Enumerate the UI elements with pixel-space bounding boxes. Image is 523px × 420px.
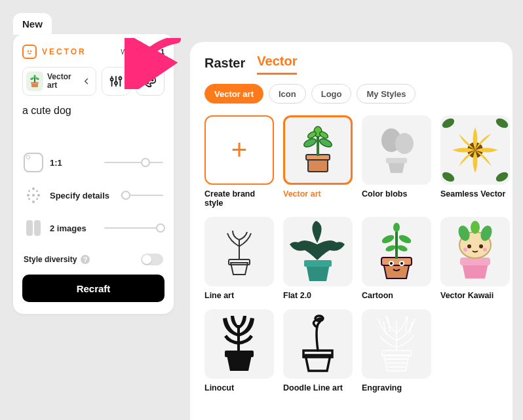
width-dim[interactable]: W: 1024 <box>121 48 147 56</box>
card-cartoon[interactable]: Cartoon <box>362 217 431 300</box>
slider-thumb[interactable] <box>121 191 130 200</box>
two-images-icon <box>24 218 43 238</box>
vector-bot-icon <box>22 45 37 59</box>
color-blobs-thumb <box>362 115 431 185</box>
card-label: Line art <box>204 291 274 300</box>
style-grid: + Create brand style Vector art <box>204 115 498 392</box>
picker-pills: Vector art Icon Logo My Styles <box>204 84 498 104</box>
card-create-brand-style[interactable]: + Create brand style <box>204 115 274 208</box>
card-label: Vector Kawaii <box>440 291 510 300</box>
svg-rect-35 <box>304 260 332 267</box>
svg-point-22 <box>319 137 333 149</box>
diversity-toggle[interactable] <box>141 254 163 265</box>
card-label: Doodle Line art <box>283 383 353 392</box>
cartoon-thumb <box>362 217 431 286</box>
svg-point-45 <box>385 244 397 253</box>
square-ratio-icon <box>24 153 43 172</box>
tab-new[interactable]: New <box>13 13 52 35</box>
plant-icon <box>26 71 43 91</box>
slider-thumb[interactable] <box>156 223 165 233</box>
details-label: Specify details <box>50 191 109 200</box>
help-icon[interactable]: ? <box>81 255 90 264</box>
current-style-chip[interactable]: Vector art <box>22 67 96 96</box>
card-label: Vector art <box>283 189 353 199</box>
palette-button[interactable] <box>136 67 165 96</box>
style-tuner-button[interactable] <box>102 67 130 96</box>
card-label: Seamless Vector <box>440 189 510 199</box>
svg-point-24 <box>307 130 317 140</box>
svg-rect-20 <box>317 136 319 156</box>
pill-my-styles[interactable]: My Styles <box>357 84 416 104</box>
card-label: Flat 2.0 <box>283 291 353 300</box>
card-seamless-vector[interactable]: Seamless Vector <box>440 115 510 208</box>
line-art-thumb <box>204 217 274 286</box>
svg-point-11 <box>115 82 117 85</box>
svg-point-32 <box>440 170 455 183</box>
vector-art-thumb <box>283 115 353 185</box>
svg-point-17 <box>147 83 148 84</box>
card-linocut[interactable]: Linocut <box>204 309 274 392</box>
details-slider[interactable] <box>121 195 163 196</box>
tab-vector[interactable]: Vector <box>257 54 297 75</box>
tab-raster[interactable]: Raster <box>204 56 245 75</box>
w-label: W: <box>121 48 129 56</box>
details-option[interactable]: Specify details <box>22 179 165 212</box>
toggle-knob <box>142 255 151 264</box>
svg-rect-26 <box>386 158 407 163</box>
svg-point-7 <box>33 75 35 77</box>
kawaii-thumb <box>440 217 510 286</box>
svg-rect-56 <box>225 351 254 357</box>
images-slider[interactable] <box>104 227 163 229</box>
card-flat-20[interactable]: Flat 2.0 <box>283 217 353 300</box>
card-engraving[interactable]: Engraving <box>362 309 431 392</box>
card-label: Cartoon <box>362 291 431 300</box>
card-vector-art[interactable]: Vector art <box>283 115 353 208</box>
svg-point-30 <box>440 117 455 130</box>
create-thumb: + <box>204 115 274 185</box>
card-vector-kawaii[interactable]: Vector Kawaii <box>440 217 510 300</box>
svg-point-5 <box>30 77 35 80</box>
chevron-left-icon <box>83 77 90 86</box>
dimensions-row: W: 1024 H: 1 <box>121 48 165 56</box>
card-line-art[interactable]: Line art <box>204 217 274 300</box>
plus-icon: + <box>231 134 248 166</box>
svg-rect-41 <box>395 230 398 259</box>
slider-thumb[interactable] <box>141 158 150 167</box>
svg-point-16 <box>152 79 153 81</box>
svg-point-44 <box>393 223 400 232</box>
recraft-label: Recraft <box>77 283 111 294</box>
svg-point-14 <box>147 79 148 81</box>
svg-point-9 <box>111 78 113 81</box>
style-row: Vector art <box>22 67 165 96</box>
aspect-ratio-option[interactable]: 1:1 <box>22 146 165 179</box>
engraving-thumb <box>362 309 431 379</box>
svg-point-49 <box>467 244 471 248</box>
svg-rect-4 <box>34 77 35 83</box>
height-dim[interactable]: H: 1 <box>151 48 165 56</box>
pill-vector-art[interactable]: Vector art <box>204 84 263 104</box>
h-value: 1 <box>161 48 165 56</box>
svg-point-51 <box>463 248 467 252</box>
pill-logo[interactable]: Logo <box>311 84 352 104</box>
flat-thumb <box>283 217 353 286</box>
svg-point-21 <box>303 137 317 149</box>
svg-point-43 <box>398 233 412 245</box>
prompt-input[interactable]: a cute dog <box>22 105 165 117</box>
recraft-button[interactable]: Recraft <box>22 275 165 302</box>
svg-point-46 <box>397 244 408 253</box>
images-option[interactable]: 2 images <box>22 212 165 244</box>
ratio-slider[interactable] <box>104 162 163 163</box>
card-doodle-line-art[interactable]: Doodle Line art <box>283 309 353 392</box>
pill-icon[interactable]: Icon <box>269 84 306 104</box>
current-style-label: Vector art <box>47 73 79 90</box>
card-color-blobs[interactable]: Color blobs <box>362 115 431 208</box>
svg-point-15 <box>149 78 151 79</box>
doodle-thumb <box>283 309 353 379</box>
tab-label: New <box>22 18 43 29</box>
svg-point-1 <box>30 50 31 52</box>
svg-point-0 <box>28 50 29 52</box>
svg-point-13 <box>119 77 121 79</box>
svg-point-25 <box>319 130 329 140</box>
details-icon <box>24 185 43 205</box>
ratio-label: 1:1 <box>50 158 62 168</box>
